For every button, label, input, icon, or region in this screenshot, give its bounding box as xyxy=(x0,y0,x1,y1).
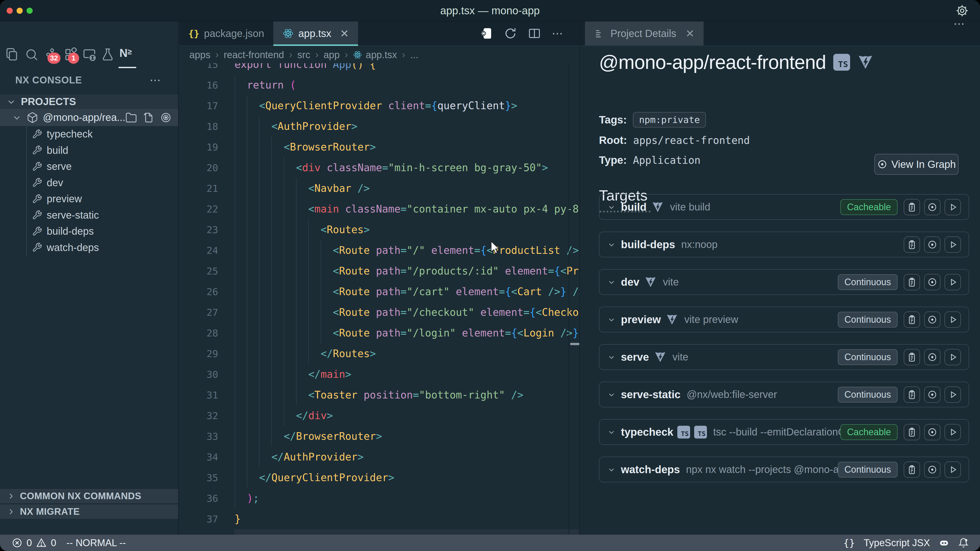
view-task-graph-button[interactable] xyxy=(924,386,940,403)
code-line[interactable]: 26 <Route path="/cart" element={<Cart />… xyxy=(179,281,579,302)
search-icon[interactable] xyxy=(24,48,39,62)
tree-item-typecheck[interactable]: typecheck xyxy=(0,126,178,142)
chevron-down-icon[interactable] xyxy=(607,240,616,249)
view-task-graph-button[interactable] xyxy=(924,462,940,478)
code-line[interactable]: 34 </AuthProvider> xyxy=(179,447,579,467)
tab-project-details[interactable]: Project Details ✕ xyxy=(585,21,703,45)
breadcrumb-item[interactable]: app xyxy=(324,49,340,60)
target-card-serve[interactable]: serve vite Continuous xyxy=(599,344,969,370)
run-task-button[interactable] xyxy=(945,311,961,328)
project-tree-item[interactable]: @mono-app/rea... xyxy=(0,109,178,126)
tree-item-watch-deps[interactable]: watch-deps xyxy=(0,240,178,256)
chevron-down-icon[interactable] xyxy=(607,428,616,437)
code-line[interactable]: 27 <Route path="/checkout" element={<Che… xyxy=(179,302,579,323)
copy-task-button[interactable] xyxy=(904,462,920,478)
chevron-down-icon[interactable] xyxy=(607,278,616,286)
refresh-icon[interactable] xyxy=(504,27,517,40)
open-project-details-icon[interactable] xyxy=(480,27,493,40)
copy-task-button[interactable] xyxy=(904,274,920,290)
tree-item-preview[interactable]: preview xyxy=(0,191,178,207)
language-mode[interactable]: TypeScript JSX xyxy=(864,537,930,548)
tree-item-build-deps[interactable]: build-deps xyxy=(0,223,178,240)
copy-task-button[interactable] xyxy=(904,386,920,403)
code-line[interactable]: 35 </QueryClientProvider> xyxy=(179,467,579,488)
code-line[interactable]: 15 export function App() { xyxy=(179,63,579,75)
code-line[interactable]: 33 </BrowserRouter> xyxy=(179,426,579,447)
target-card-build-deps[interactable]: build-deps nx:noop xyxy=(599,232,969,257)
view-task-graph-button[interactable] xyxy=(924,424,940,440)
view-task-graph-button[interactable] xyxy=(924,199,940,215)
chevron-down-icon[interactable] xyxy=(607,353,616,362)
code-line[interactable]: 21 <Navbar /> xyxy=(179,178,579,199)
code-line[interactable]: 29 </Routes> xyxy=(179,343,579,364)
chevron-down-icon[interactable] xyxy=(607,465,616,474)
code-line[interactable]: 31 <Toaster position="bottom-right" /> xyxy=(179,385,579,405)
tree-item-serve-static[interactable]: serve-static xyxy=(0,207,178,224)
beaker-icon[interactable] xyxy=(100,48,115,62)
code-line[interactable]: 23 <Routes> xyxy=(179,219,579,240)
errors-icon[interactable] xyxy=(12,537,22,548)
view-task-graph-button[interactable] xyxy=(924,237,940,253)
code-line[interactable]: 25 <Route path="/products/:id" element={… xyxy=(179,261,579,281)
breadcrumb-item[interactable]: app.tsx xyxy=(353,49,397,60)
copy-task-button[interactable] xyxy=(904,311,920,328)
code-line[interactable]: 20 <div className="min-h-screen bg-gray-… xyxy=(179,157,579,178)
overview-ruler-cursor-mark[interactable] xyxy=(570,343,580,345)
code-editor[interactable]: 15 export function App() { 16 return ( 1… xyxy=(179,63,579,535)
copy-task-button[interactable] xyxy=(904,424,920,440)
code-line[interactable]: 16 return ( xyxy=(179,75,579,95)
view-task-graph-button[interactable] xyxy=(924,274,940,290)
files-icon[interactable] xyxy=(5,48,19,62)
target-card-watch-deps[interactable]: watch-deps npx nx watch --projects @mono… xyxy=(599,457,969,483)
chevron-down-icon[interactable] xyxy=(607,203,616,211)
more-actions-icon[interactable]: ⋯ xyxy=(552,27,565,40)
chevron-down-icon[interactable] xyxy=(607,315,616,324)
code-line[interactable]: 17 <QueryClientProvider client={queryCli… xyxy=(179,95,579,116)
breadcrumb-item[interactable]: react-frontend xyxy=(224,49,284,60)
run-task-button[interactable] xyxy=(945,462,961,478)
split-editor-icon[interactable] xyxy=(528,27,541,40)
copy-task-button[interactable] xyxy=(904,349,920,365)
sidebar-section-common-commands[interactable]: COMMON NX COMMANDS xyxy=(0,488,178,503)
view-task-graph-button[interactable] xyxy=(924,349,940,365)
settings-gear-icon[interactable] xyxy=(956,4,969,17)
folder-icon[interactable] xyxy=(125,112,137,124)
code-line[interactable]: 28 <Route path="/login" element={<Login … xyxy=(179,323,579,343)
sidebar-section-nx-migrate[interactable]: NX MIGRATE xyxy=(0,504,178,519)
projects-section-header[interactable]: PROJECTS xyxy=(0,94,178,109)
code-line[interactable]: 24 <Route path="/" element={<ProductList… xyxy=(179,240,579,261)
run-task-button[interactable] xyxy=(945,274,961,290)
more-actions-icon[interactable]: ⋯ xyxy=(150,78,162,83)
copy-task-button[interactable] xyxy=(904,199,920,215)
copilot-icon[interactable] xyxy=(939,537,950,548)
code-line[interactable]: 22 <main className="container mx-auto px… xyxy=(179,199,579,219)
code-line[interactable]: 37 } xyxy=(179,509,579,529)
code-line[interactable]: 19 <BrowserRouter> xyxy=(179,137,579,157)
breadcrumb-item[interactable]: src xyxy=(298,49,310,60)
target-card-dev[interactable]: dev vite Continuous xyxy=(599,269,969,295)
target-card-typecheck[interactable]: typecheckTSTS tsc --build --emitDeclarat… xyxy=(599,419,969,445)
open-config-file-icon[interactable] xyxy=(143,112,154,124)
run-task-button[interactable] xyxy=(945,424,961,440)
nx-icon[interactable]: N≥ xyxy=(119,48,134,62)
tab-package-json[interactable]: {} package.json xyxy=(179,21,273,45)
run-task-button[interactable] xyxy=(945,386,961,403)
close-panel-icon[interactable]: ✕ xyxy=(686,27,694,40)
target-card-serve-static[interactable]: serve-static @nx/web:file-server Continu… xyxy=(599,382,969,407)
warnings-count[interactable]: 0 xyxy=(51,537,56,548)
view-in-graph-button[interactable]: View In Graph xyxy=(874,154,959,175)
view-task-graph-button[interactable] xyxy=(924,311,940,328)
breadcrumb-item[interactable]: ... xyxy=(410,49,418,60)
run-task-button[interactable] xyxy=(945,237,961,253)
chevron-down-icon[interactable] xyxy=(607,390,616,399)
code-line[interactable]: 30 </main> xyxy=(179,364,579,385)
code-line[interactable]: 18 <AuthProvider> xyxy=(179,116,579,137)
more-actions-icon[interactable]: ⋯ xyxy=(953,21,966,45)
run-task-button[interactable] xyxy=(945,349,961,365)
notifications-bell-icon[interactable] xyxy=(958,537,969,548)
remote-explorer-icon[interactable] xyxy=(82,48,97,62)
target-card-build[interactable]: build vite build Cacheable xyxy=(599,194,969,220)
errors-count[interactable]: 0 xyxy=(27,537,32,548)
code-line[interactable]: 36 ); xyxy=(179,488,579,509)
run-task-button[interactable] xyxy=(945,199,961,215)
